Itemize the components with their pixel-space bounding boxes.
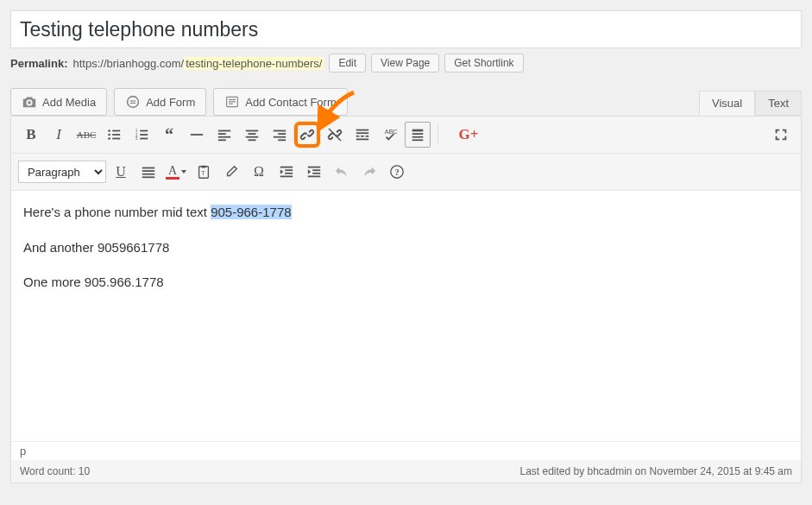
- word-count-label: Word count:: [20, 465, 79, 477]
- help-button[interactable]: ?: [384, 159, 410, 185]
- svg-rect-45: [142, 170, 154, 172]
- media-buttons-row: Add Media Add Form Add Contact Form Visu…: [10, 88, 802, 116]
- indent-button[interactable]: [301, 159, 327, 185]
- svg-rect-8: [112, 130, 120, 132]
- svg-rect-57: [312, 173, 320, 174]
- word-count-value: 10: [79, 465, 90, 477]
- svg-point-11: [108, 137, 110, 140]
- toolbar-toggle-button[interactable]: [405, 122, 431, 148]
- italic-button[interactable]: I: [46, 122, 72, 148]
- svg-rect-46: [142, 174, 154, 175]
- svg-rect-26: [246, 136, 258, 138]
- form-icon: [125, 94, 141, 110]
- svg-rect-27: [249, 139, 256, 141]
- add-media-label: Add Media: [42, 96, 96, 109]
- svg-rect-37: [366, 136, 369, 137]
- special-character-button[interactable]: Ω: [246, 159, 272, 185]
- svg-text:2: 2: [135, 132, 138, 137]
- align-right-button[interactable]: [267, 122, 293, 148]
- view-page-button[interactable]: View Page: [371, 54, 439, 73]
- svg-rect-21: [218, 133, 226, 135]
- selected-phone-number: 905-966-1778: [211, 205, 291, 219]
- svg-rect-53: [285, 173, 293, 174]
- add-form-button[interactable]: Add Form: [114, 88, 206, 116]
- svg-rect-55: [308, 167, 320, 168]
- element-path[interactable]: p: [11, 441, 801, 460]
- tab-text[interactable]: Text: [755, 91, 802, 116]
- dropdown-caret-icon: [181, 170, 186, 174]
- format-select[interactable]: Paragraph: [18, 161, 106, 183]
- camera-icon: [22, 94, 37, 110]
- permalink-base: https://brianhogg.com/: [72, 57, 184, 70]
- svg-rect-12: [112, 138, 120, 140]
- add-media-button[interactable]: Add Media: [10, 88, 107, 116]
- insert-more-button[interactable]: [349, 122, 375, 148]
- fullscreen-button[interactable]: [768, 122, 794, 148]
- redo-button[interactable]: [356, 159, 382, 185]
- underline-button[interactable]: U: [108, 159, 134, 185]
- svg-rect-29: [278, 133, 286, 135]
- svg-rect-4: [229, 99, 236, 100]
- svg-rect-23: [218, 139, 226, 141]
- svg-rect-41: [412, 133, 424, 135]
- content-line-1: Here's a phone number mid text 905-966-1…: [23, 203, 789, 223]
- google-plus-button[interactable]: G+: [456, 122, 482, 148]
- svg-rect-43: [412, 139, 424, 141]
- svg-text:1: 1: [135, 128, 138, 133]
- numbered-list-button[interactable]: 123: [129, 122, 154, 148]
- svg-rect-52: [285, 169, 293, 171]
- svg-rect-38: [356, 139, 368, 141]
- permalink-slug[interactable]: testing-telephone-numbers/: [184, 57, 324, 70]
- svg-rect-40: [412, 129, 424, 132]
- svg-rect-58: [308, 176, 320, 178]
- paste-text-button[interactable]: T: [191, 159, 217, 185]
- bullet-list-button[interactable]: [101, 122, 127, 148]
- word-count: Word count: 10: [20, 465, 90, 477]
- svg-rect-33: [356, 129, 368, 131]
- svg-rect-2: [130, 103, 135, 104]
- svg-rect-30: [274, 136, 286, 138]
- svg-rect-18: [140, 138, 148, 140]
- clear-formatting-button[interactable]: [218, 159, 244, 185]
- add-form-label: Add Form: [146, 96, 195, 109]
- spellcheck-button[interactable]: ABC: [377, 122, 403, 148]
- svg-line-32: [329, 129, 341, 141]
- outdent-button[interactable]: [274, 159, 299, 185]
- remove-link-button[interactable]: [322, 122, 348, 148]
- get-shortlink-button[interactable]: Get Shortlink: [444, 54, 523, 73]
- post-title-input[interactable]: [10, 10, 802, 48]
- text-color-button[interactable]: A: [163, 159, 189, 185]
- align-left-button[interactable]: [211, 122, 237, 148]
- strikethrough-button[interactable]: ABC: [73, 122, 99, 148]
- toolbar-row-2: Paragraph U A T Ω ?: [11, 154, 801, 191]
- editor-content-area[interactable]: Here's a phone number mid text 905-966-1…: [11, 191, 801, 441]
- svg-rect-5: [229, 101, 236, 102]
- last-edited: Last edited by bhcadmin on November 24, …: [519, 465, 792, 477]
- tab-visual[interactable]: Visual: [699, 91, 755, 116]
- permalink-label: Permalink:: [10, 57, 67, 70]
- svg-point-59: [391, 166, 403, 178]
- toolbar-row-1: B I ABC 123 “ ABC: [11, 117, 801, 154]
- align-justify-button[interactable]: [135, 159, 161, 185]
- svg-point-9: [108, 134, 110, 136]
- svg-rect-19: [191, 134, 203, 136]
- undo-button[interactable]: [329, 159, 355, 185]
- align-center-button[interactable]: [239, 122, 265, 148]
- svg-rect-36: [361, 136, 364, 137]
- svg-rect-47: [142, 176, 154, 178]
- insert-link-button[interactable]: [294, 122, 320, 148]
- editor-footer: Word count: 10 Last edited by bhcadmin o…: [11, 460, 801, 483]
- svg-rect-49: [201, 166, 205, 168]
- svg-rect-35: [356, 136, 360, 137]
- bold-button[interactable]: B: [18, 122, 44, 148]
- svg-text:3: 3: [135, 136, 138, 141]
- edit-permalink-button[interactable]: Edit: [329, 54, 366, 73]
- horizontal-rule-button[interactable]: [184, 122, 210, 148]
- svg-text:T: T: [201, 169, 205, 177]
- svg-rect-22: [218, 136, 230, 138]
- svg-rect-10: [112, 134, 120, 136]
- svg-rect-16: [140, 134, 148, 136]
- toolbar-separator: [437, 124, 438, 145]
- blockquote-button[interactable]: “: [156, 122, 182, 148]
- add-contact-form-button[interactable]: Add Contact Form: [213, 88, 348, 116]
